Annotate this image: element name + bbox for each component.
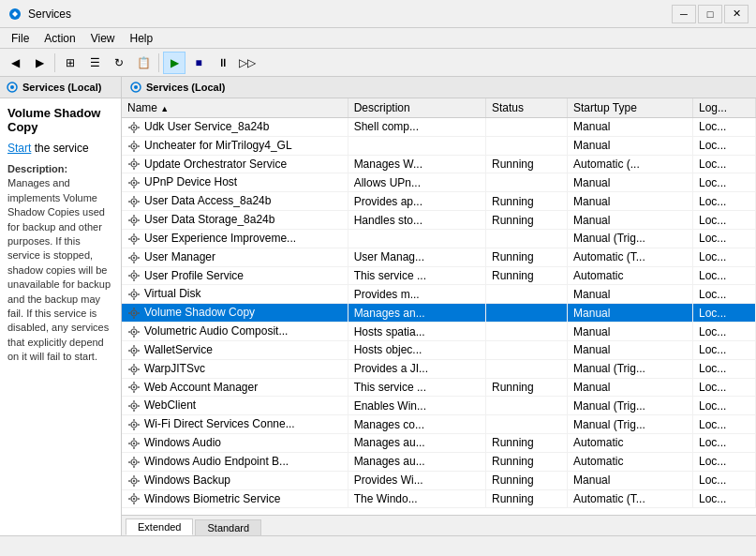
- svg-rect-38: [133, 224, 134, 226]
- service-status-cell: Running: [485, 489, 567, 508]
- refresh-button[interactable]: ↻: [108, 52, 130, 74]
- table-row[interactable]: UPnP Device HostAllows UPn...ManualLoc..…: [122, 173, 756, 192]
- service-logon-cell: Loc...: [692, 415, 755, 434]
- left-panel-content: Volume Shadow Copy Start the service Des…: [0, 98, 121, 535]
- stop-button[interactable]: ■: [187, 52, 210, 74]
- tab-standard[interactable]: Standard: [195, 519, 261, 535]
- svg-rect-7: [133, 122, 134, 124]
- col-startup-type[interactable]: Startup Type: [568, 98, 693, 118]
- table-row[interactable]: Volume Shadow CopyManages an...ManualLoc…: [122, 304, 756, 323]
- service-startup-cell: Automatic: [568, 266, 693, 285]
- service-logon-cell: Loc...: [692, 340, 755, 359]
- svg-rect-34: [138, 201, 140, 202]
- service-name-cell: Windows Biometric Service: [122, 489, 348, 508]
- svg-point-12: [133, 144, 135, 146]
- svg-rect-123: [128, 480, 130, 481]
- table-row[interactable]: Volumetric Audio Composit...Hosts spatia…: [122, 323, 756, 341]
- svg-rect-82: [138, 350, 140, 351]
- show-all-button[interactable]: ⊞: [59, 52, 82, 74]
- restart-button[interactable]: ▷▷: [236, 52, 259, 74]
- service-status-cell: Running: [485, 266, 567, 285]
- description-label: Description:: [7, 163, 67, 174]
- table-row[interactable]: Windows BackupProvides Wi...RunningManua…: [122, 471, 756, 489]
- pause-button[interactable]: ⏸: [212, 52, 234, 74]
- service-name-cell: Web Account Manager: [122, 378, 348, 397]
- close-button[interactable]: ✕: [724, 5, 749, 23]
- service-name-cell: WarpJITSvc: [122, 359, 348, 378]
- service-status-cell: [485, 285, 567, 304]
- services-tbody: Udk User Service_8a24bShell comp...Manua…: [122, 118, 756, 508]
- col-logon[interactable]: Log...: [692, 98, 755, 118]
- svg-rect-15: [128, 145, 130, 146]
- toolbar: ◀ ▶ ⊞ ☰ ↻ 📋 ▶ ■ ⏸ ▷▷: [0, 49, 756, 77]
- table-row[interactable]: WalletServiceHosts objec...ManualLoc...: [122, 340, 756, 359]
- right-panel-title: Services (Local): [146, 82, 225, 93]
- svg-rect-27: [128, 183, 130, 184]
- svg-rect-109: [133, 438, 134, 440]
- properties-button[interactable]: 📋: [132, 52, 155, 74]
- show-selected-button[interactable]: ☰: [83, 52, 106, 74]
- table-row[interactable]: Udk User Service_8a24bShell comp...Manua…: [122, 118, 756, 137]
- table-row[interactable]: Uncheater for MirTrilogy4_GLManualLoc...: [122, 136, 756, 155]
- svg-rect-21: [128, 164, 130, 165]
- service-name-cell: Windows Audio: [122, 434, 348, 453]
- service-desc-cell: Enables Win...: [348, 397, 485, 415]
- service-startup-cell: Manual (Trig...: [568, 229, 693, 248]
- service-name-cell: Volumetric Audio Composit...: [122, 323, 348, 341]
- table-row[interactable]: Wi-Fi Direct Services Conne...Manages co…: [122, 415, 756, 434]
- tab-extended[interactable]: Extended: [126, 518, 193, 535]
- service-status-cell: [485, 229, 567, 248]
- table-row[interactable]: User Experience Improveme...Manual (Trig…: [122, 229, 756, 248]
- service-startup-cell: Manual: [568, 173, 693, 192]
- svg-rect-63: [128, 294, 130, 295]
- service-name-cell: WalletService: [122, 340, 348, 359]
- start-service-link[interactable]: Start: [7, 142, 31, 155]
- svg-point-126: [133, 498, 135, 500]
- table-row[interactable]: Windows Biometric ServiceThe Windo...Run…: [122, 489, 756, 508]
- table-row[interactable]: Virtual DiskProvides m...ManualLoc...: [122, 285, 756, 304]
- service-desc-cell: Manages au...: [348, 434, 485, 453]
- maximize-button[interactable]: □: [698, 5, 722, 23]
- forward-button[interactable]: ▶: [28, 52, 51, 74]
- table-row[interactable]: Web Account ManagerThis service ...Runni…: [122, 378, 756, 397]
- table-row[interactable]: WebClientEnables Win...Manual (Trig...Lo…: [122, 397, 756, 415]
- svg-rect-28: [138, 183, 140, 184]
- table-row[interactable]: Update Orchestrator ServiceManages W...R…: [122, 155, 756, 173]
- table-row[interactable]: User Data Storage_8a24bHandles sto...Run…: [122, 211, 756, 230]
- menu-item-file[interactable]: File: [4, 30, 37, 47]
- svg-rect-80: [133, 354, 134, 356]
- service-logon-cell: Loc...: [692, 452, 755, 471]
- service-status-cell: [485, 118, 567, 137]
- svg-point-6: [133, 127, 135, 128]
- service-status-cell: Running: [485, 378, 567, 397]
- service-desc-cell: Manages co...: [348, 415, 485, 434]
- svg-rect-56: [133, 279, 134, 281]
- service-status-cell: [485, 173, 567, 192]
- service-startup-cell: Manual: [568, 304, 693, 323]
- svg-rect-121: [133, 475, 134, 477]
- table-row[interactable]: Windows Audio Endpoint B...Manages au...…: [122, 452, 756, 471]
- table-row[interactable]: Windows AudioManages au...RunningAutomat…: [122, 434, 756, 453]
- service-startup-cell: Manual: [568, 285, 693, 304]
- svg-point-120: [133, 479, 135, 481]
- minimize-button[interactable]: ─: [672, 5, 696, 23]
- svg-rect-68: [133, 317, 134, 319]
- back-button[interactable]: ◀: [4, 52, 26, 74]
- col-status[interactable]: Status: [485, 98, 567, 118]
- start-button[interactable]: ▶: [163, 52, 185, 74]
- table-row[interactable]: WarpJITSvcProvides a JI...Manual (Trig..…: [122, 359, 756, 378]
- svg-point-24: [133, 182, 135, 184]
- col-description[interactable]: Description: [348, 98, 485, 118]
- menu-item-help[interactable]: Help: [123, 30, 161, 47]
- service-status-cell: [485, 304, 567, 323]
- table-row[interactable]: User Profile ServiceThis service ...Runn…: [122, 266, 756, 285]
- services-table[interactable]: Name ▲ Description Status Startup Type L…: [122, 98, 756, 515]
- svg-point-114: [133, 461, 135, 463]
- table-row[interactable]: User Data Access_8a24bProvides ap...Runn…: [122, 192, 756, 211]
- table-row[interactable]: User ManagerUser Manag...RunningAutomati…: [122, 248, 756, 266]
- svg-point-108: [133, 443, 135, 444]
- menu-item-action[interactable]: Action: [37, 30, 82, 47]
- menu-item-view[interactable]: View: [83, 30, 123, 47]
- service-startup-cell: Manual: [568, 340, 693, 359]
- col-name[interactable]: Name ▲: [122, 98, 348, 118]
